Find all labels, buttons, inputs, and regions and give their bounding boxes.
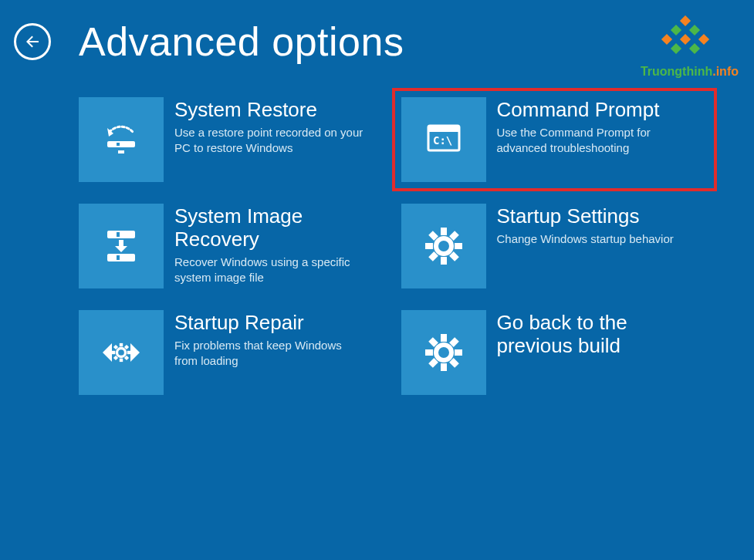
- svg-rect-2: [671, 25, 681, 35]
- tile-desc: Use a restore point recorded on your PC …: [174, 125, 367, 157]
- tile-title: Command Prompt: [497, 99, 690, 122]
- svg-rect-31: [120, 343, 123, 346]
- svg-rect-11: [117, 143, 120, 146]
- svg-rect-22: [441, 228, 447, 235]
- svg-point-30: [117, 349, 126, 357]
- options-grid: System Restore Use a restore point recor…: [0, 65, 754, 395]
- svg-marker-20: [115, 246, 127, 252]
- tile-desc: Fix problems that keep Windows from load…: [174, 338, 367, 369]
- svg-point-39: [436, 345, 451, 360]
- page-title: Advanced options: [79, 19, 404, 65]
- option-startup-repair[interactable]: Startup Repair Fix problems that keep Wi…: [79, 310, 386, 395]
- svg-point-21: [436, 238, 451, 254]
- tile-title: System Restore: [174, 99, 367, 122]
- svg-rect-34: [127, 351, 130, 354]
- svg-rect-10: [118, 150, 124, 153]
- arrow-left-icon: [23, 32, 42, 51]
- svg-rect-43: [455, 349, 462, 356]
- svg-rect-25: [455, 243, 462, 249]
- svg-rect-23: [441, 257, 447, 265]
- tile-title: Startup Settings: [497, 205, 674, 228]
- svg-rect-6: [689, 43, 700, 54]
- svg-rect-13: [428, 126, 459, 132]
- watermark-logo-icon: [658, 15, 720, 62]
- system-image-recovery-icon: [79, 204, 164, 288]
- gear-icon: [401, 204, 486, 288]
- svg-rect-41: [441, 363, 447, 371]
- svg-rect-17: [107, 254, 135, 261]
- tile-title: System Image Recovery: [174, 205, 367, 251]
- option-go-back-previous-build[interactable]: Go back to the previous build: [401, 310, 708, 395]
- startup-repair-icon: [79, 310, 164, 395]
- svg-rect-24: [425, 243, 433, 249]
- option-command-prompt[interactable]: C:\ Command Prompt Use the Command Promp…: [392, 88, 718, 191]
- system-restore-icon: [79, 97, 164, 182]
- svg-rect-42: [425, 349, 433, 356]
- svg-rect-33: [112, 351, 115, 354]
- svg-rect-9: [107, 141, 135, 147]
- tile-desc: Change Windows startup behavior: [497, 231, 674, 247]
- gear-icon: [401, 310, 486, 395]
- tile-desc: Recover Windows using a specific system …: [174, 255, 367, 286]
- svg-rect-16: [117, 232, 120, 237]
- svg-rect-5: [661, 34, 672, 45]
- svg-rect-18: [117, 255, 120, 260]
- option-startup-settings[interactable]: Startup Settings Change Windows startup …: [401, 204, 708, 288]
- svg-rect-3: [680, 34, 691, 45]
- watermark: Truongthinh.info: [641, 15, 739, 79]
- svg-rect-40: [441, 334, 447, 342]
- svg-rect-1: [689, 25, 700, 35]
- svg-rect-32: [120, 359, 123, 362]
- svg-rect-15: [107, 231, 135, 238]
- svg-rect-4: [698, 34, 709, 45]
- watermark-text: Truongthinh.info: [641, 65, 739, 79]
- svg-rect-0: [680, 15, 691, 26]
- back-button[interactable]: [14, 23, 51, 60]
- svg-rect-7: [671, 43, 681, 54]
- command-prompt-icon: C:\: [401, 97, 486, 182]
- tile-title: Go back to the previous build: [497, 312, 690, 358]
- svg-text:C:\: C:\: [433, 134, 452, 147]
- tile-title: Startup Repair: [174, 312, 367, 335]
- option-system-image-recovery[interactable]: System Image Recovery Recover Windows us…: [79, 204, 386, 288]
- tile-desc: Use the Command Prompt for advanced trou…: [497, 125, 690, 157]
- option-system-restore[interactable]: System Restore Use a restore point recor…: [79, 97, 386, 182]
